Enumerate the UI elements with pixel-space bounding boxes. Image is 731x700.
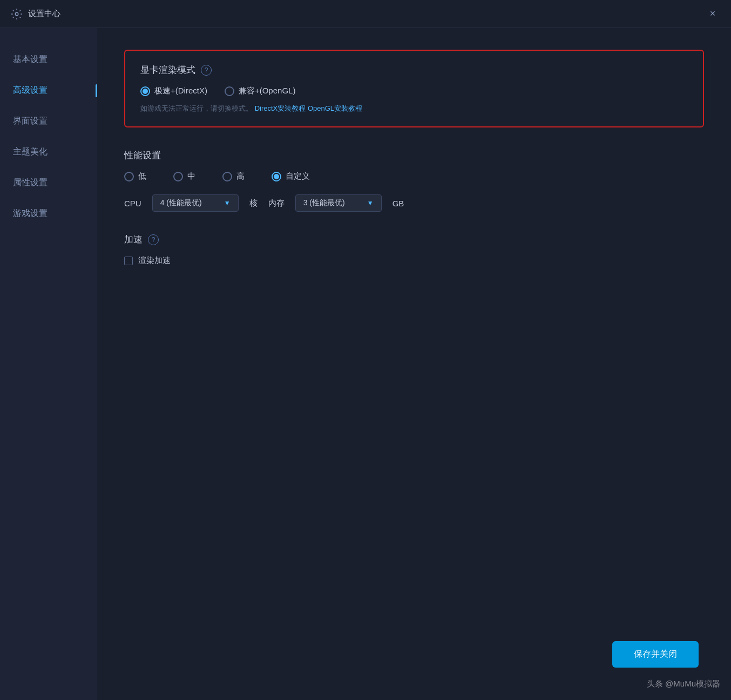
opengl-radio[interactable]: [225, 86, 234, 96]
directx-option[interactable]: 极速+(DirectX): [140, 86, 207, 96]
perf-low-option[interactable]: 低: [124, 171, 146, 181]
mem-dropdown-value: 3 (性能最优): [303, 198, 362, 208]
perf-title: 性能设置: [124, 149, 704, 161]
perf-high-radio[interactable]: [222, 172, 232, 181]
content-area: 显卡渲染模式 ? 极速+(DirectX) 兼容+(OpenGL) 如游戏无法正…: [97, 28, 731, 700]
cpu-dropdown-arrow: ▼: [224, 199, 231, 207]
perf-mid-option[interactable]: 中: [173, 171, 195, 181]
sidebar: 基本设置 高级设置 界面设置 主题美化 属性设置 游戏设置: [0, 28, 97, 700]
cpu-label: CPU: [124, 199, 141, 208]
save-button[interactable]: 保存并关闭: [612, 641, 699, 668]
render-accel-option[interactable]: 渲染加速: [124, 255, 704, 266]
accel-title: 加速 ?: [124, 233, 704, 246]
sidebar-item-game[interactable]: 游戏设置: [0, 198, 97, 229]
perf-cpu-mem-row: CPU 4 (性能最优) ▼ 核 内存 3 (性能最优) ▼ GB: [124, 194, 704, 212]
perf-custom-radio[interactable]: [272, 172, 281, 181]
mem-gb-label: GB: [392, 199, 404, 208]
main-layout: 基本设置 高级设置 界面设置 主题美化 属性设置 游戏设置 显卡渲染模式 ?: [0, 28, 731, 700]
cpu-core-label: 核: [249, 198, 258, 208]
opengl-option[interactable]: 兼容+(OpenGL): [225, 86, 295, 96]
window-title: 设置中心: [28, 9, 60, 19]
gpu-help-icon[interactable]: ?: [201, 65, 212, 76]
sidebar-item-theme[interactable]: 主题美化: [0, 137, 97, 167]
cpu-dropdown-value: 4 (性能最优): [160, 198, 219, 208]
gpu-hint-text: 如游戏无法正常运行，请切换模式。 DirectX安装教程 OpenGL安装教程: [140, 104, 688, 113]
mem-dropdown[interactable]: 3 (性能最优) ▼: [295, 194, 382, 212]
mem-dropdown-arrow: ▼: [367, 199, 374, 207]
directx-tutorial-link[interactable]: DirectX安装教程: [255, 104, 306, 112]
opengl-tutorial-link[interactable]: OpenGL安装教程: [308, 104, 362, 112]
title-bar-left: 设置中心: [11, 8, 60, 20]
svg-point-0: [15, 12, 18, 16]
gpu-radio-group: 极速+(DirectX) 兼容+(OpenGL): [140, 86, 688, 96]
title-bar: 设置中心 ×: [0, 0, 731, 28]
settings-icon: [11, 8, 23, 20]
render-accel-checkbox[interactable]: [124, 257, 133, 265]
gpu-section-title: 显卡渲染模式 ?: [140, 64, 688, 76]
perf-custom-option[interactable]: 自定义: [272, 171, 310, 181]
directx-radio[interactable]: [140, 86, 150, 96]
close-button[interactable]: ×: [705, 6, 720, 22]
accel-section: 加速 ? 渲染加速: [124, 233, 704, 266]
perf-low-radio[interactable]: [124, 172, 134, 181]
watermark: 头条 @MuMu模拟器: [647, 679, 720, 689]
cpu-dropdown[interactable]: 4 (性能最优) ▼: [152, 194, 239, 212]
perf-section: 性能设置 低 中 高 自定义: [124, 149, 704, 212]
perf-high-option[interactable]: 高: [222, 171, 245, 181]
perf-mid-radio[interactable]: [173, 172, 183, 181]
gpu-render-section: 显卡渲染模式 ? 极速+(DirectX) 兼容+(OpenGL) 如游戏无法正…: [124, 50, 704, 127]
bottom-bar: 保存并关闭: [612, 641, 699, 668]
accel-help-icon[interactable]: ?: [148, 234, 159, 245]
mem-label: 内存: [268, 198, 285, 208]
perf-levels: 低 中 高 自定义: [124, 171, 704, 181]
sidebar-item-advanced[interactable]: 高级设置: [0, 75, 97, 106]
sidebar-item-interface[interactable]: 界面设置: [0, 106, 97, 137]
sidebar-item-property[interactable]: 属性设置: [0, 167, 97, 198]
sidebar-item-basic[interactable]: 基本设置: [0, 44, 97, 75]
